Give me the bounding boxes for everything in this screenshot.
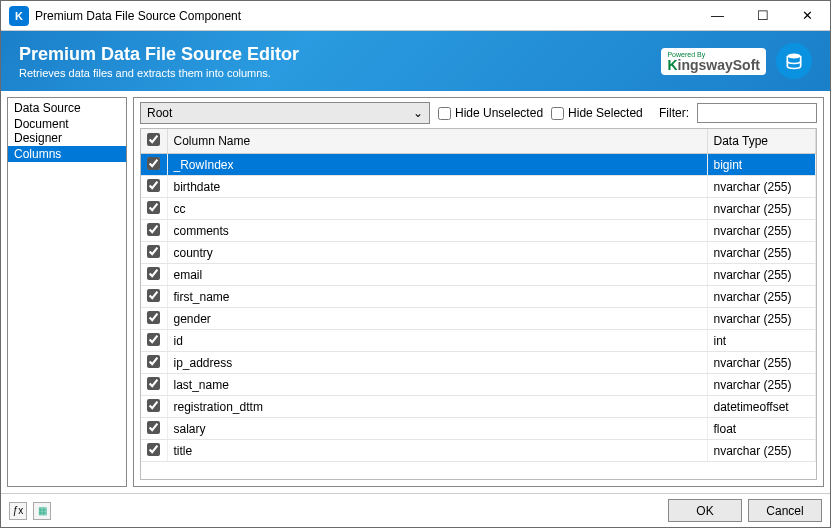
table-row[interactable]: salaryfloat bbox=[141, 418, 816, 440]
row-checkbox[interactable] bbox=[147, 267, 160, 280]
table-row[interactable]: last_namenvarchar (255) bbox=[141, 374, 816, 396]
banner-title: Premium Data File Source Editor bbox=[19, 44, 661, 65]
cancel-button[interactable]: Cancel bbox=[748, 499, 822, 522]
hide-selected-label: Hide Selected bbox=[568, 106, 643, 120]
row-checkbox[interactable] bbox=[147, 223, 160, 236]
cell-data-type: bigint bbox=[707, 154, 816, 176]
filter-label: Filter: bbox=[659, 106, 689, 120]
brand-logo: Powered By KingswaySoft bbox=[661, 48, 766, 75]
row-checkbox-cell[interactable] bbox=[141, 286, 167, 308]
window-buttons: — ☐ ✕ bbox=[695, 1, 830, 30]
banner-right: Powered By KingswaySoft bbox=[661, 43, 812, 79]
maximize-button[interactable]: ☐ bbox=[740, 1, 785, 30]
fx-icon[interactable]: ƒx bbox=[9, 502, 27, 520]
cell-data-type: nvarchar (255) bbox=[707, 242, 816, 264]
row-checkbox[interactable] bbox=[147, 399, 160, 412]
hide-unselected-label: Hide Unselected bbox=[455, 106, 543, 120]
cell-data-type: nvarchar (255) bbox=[707, 198, 816, 220]
table-row[interactable]: countrynvarchar (255) bbox=[141, 242, 816, 264]
row-checkbox-cell[interactable] bbox=[141, 242, 167, 264]
table-row[interactable]: titlenvarchar (255) bbox=[141, 440, 816, 462]
sidebar-item-document-designer[interactable]: Document Designer bbox=[8, 116, 126, 146]
cell-column-name: registration_dttm bbox=[167, 396, 707, 418]
table-row[interactable]: emailnvarchar (255) bbox=[141, 264, 816, 286]
cell-data-type: nvarchar (255) bbox=[707, 286, 816, 308]
row-checkbox[interactable] bbox=[147, 201, 160, 214]
cell-column-name: salary bbox=[167, 418, 707, 440]
table-row[interactable]: ccnvarchar (255) bbox=[141, 198, 816, 220]
sidebar-item-columns[interactable]: Columns bbox=[8, 146, 126, 162]
header-checkbox-cell[interactable] bbox=[141, 129, 167, 154]
export-icon[interactable]: ▦ bbox=[33, 502, 51, 520]
cell-column-name: ip_address bbox=[167, 352, 707, 374]
row-checkbox-cell[interactable] bbox=[141, 418, 167, 440]
row-checkbox[interactable] bbox=[147, 179, 160, 192]
table-row[interactable]: gendernvarchar (255) bbox=[141, 308, 816, 330]
row-checkbox-cell[interactable] bbox=[141, 264, 167, 286]
row-checkbox-cell[interactable] bbox=[141, 352, 167, 374]
cell-data-type: int bbox=[707, 330, 816, 352]
content-area: Data SourceDocument DesignerColumns Root… bbox=[1, 91, 830, 493]
columns-table: Column Name Data Type _RowIndexbigintbir… bbox=[141, 129, 816, 462]
cell-column-name: birthdate bbox=[167, 176, 707, 198]
table-row[interactable]: _RowIndexbigint bbox=[141, 154, 816, 176]
row-checkbox-cell[interactable] bbox=[141, 176, 167, 198]
row-checkbox[interactable] bbox=[147, 245, 160, 258]
row-checkbox-cell[interactable] bbox=[141, 330, 167, 352]
window-title: Premium Data File Source Component bbox=[35, 9, 695, 23]
row-checkbox-cell[interactable] bbox=[141, 440, 167, 462]
table-row[interactable]: first_namenvarchar (255) bbox=[141, 286, 816, 308]
row-checkbox-cell[interactable] bbox=[141, 308, 167, 330]
table-header-row: Column Name Data Type bbox=[141, 129, 816, 154]
footer: ƒx ▦ OK Cancel bbox=[1, 493, 830, 527]
header-data-type[interactable]: Data Type bbox=[707, 129, 816, 154]
row-checkbox[interactable] bbox=[147, 311, 160, 324]
row-checkbox[interactable] bbox=[147, 443, 160, 456]
cell-data-type: nvarchar (255) bbox=[707, 220, 816, 242]
row-checkbox-cell[interactable] bbox=[141, 154, 167, 176]
row-checkbox[interactable] bbox=[147, 289, 160, 302]
row-checkbox-cell[interactable] bbox=[141, 374, 167, 396]
cell-data-type: float bbox=[707, 418, 816, 440]
cell-column-name: last_name bbox=[167, 374, 707, 396]
minimize-button[interactable]: — bbox=[695, 1, 740, 30]
banner-text: Premium Data File Source Editor Retrieve… bbox=[19, 44, 661, 79]
titlebar: K Premium Data File Source Component — ☐… bbox=[1, 1, 830, 31]
row-checkbox[interactable] bbox=[147, 377, 160, 390]
row-checkbox[interactable] bbox=[147, 157, 160, 170]
root-combo[interactable]: Root ⌄ bbox=[140, 102, 430, 124]
hide-unselected-input[interactable] bbox=[438, 107, 451, 120]
select-all-checkbox[interactable] bbox=[147, 133, 160, 146]
banner-subtitle: Retrieves data files and extracts them i… bbox=[19, 67, 661, 79]
cell-column-name: comments bbox=[167, 220, 707, 242]
close-button[interactable]: ✕ bbox=[785, 1, 830, 30]
component-icon bbox=[776, 43, 812, 79]
cell-data-type: nvarchar (255) bbox=[707, 308, 816, 330]
row-checkbox[interactable] bbox=[147, 355, 160, 368]
row-checkbox-cell[interactable] bbox=[141, 220, 167, 242]
chevron-down-icon: ⌄ bbox=[413, 106, 423, 120]
columns-grid[interactable]: Column Name Data Type _RowIndexbigintbir… bbox=[140, 128, 817, 480]
table-row[interactable]: ip_addressnvarchar (255) bbox=[141, 352, 816, 374]
app-icon: K bbox=[9, 6, 29, 26]
main-panel: Root ⌄ Hide Unselected Hide Selected Fil… bbox=[133, 97, 824, 487]
table-row[interactable]: commentsnvarchar (255) bbox=[141, 220, 816, 242]
row-checkbox[interactable] bbox=[147, 421, 160, 434]
table-row[interactable]: registration_dttmdatetimeoffset bbox=[141, 396, 816, 418]
row-checkbox-cell[interactable] bbox=[141, 198, 167, 220]
ok-button[interactable]: OK bbox=[668, 499, 742, 522]
cell-data-type: nvarchar (255) bbox=[707, 374, 816, 396]
window: K Premium Data File Source Component — ☐… bbox=[0, 0, 831, 528]
hide-selected-checkbox[interactable]: Hide Selected bbox=[551, 106, 643, 120]
cell-column-name: country bbox=[167, 242, 707, 264]
table-row[interactable]: birthdatenvarchar (255) bbox=[141, 176, 816, 198]
sidebar: Data SourceDocument DesignerColumns bbox=[7, 97, 127, 487]
sidebar-item-data-source[interactable]: Data Source bbox=[8, 100, 126, 116]
hide-unselected-checkbox[interactable]: Hide Unselected bbox=[438, 106, 543, 120]
hide-selected-input[interactable] bbox=[551, 107, 564, 120]
header-column-name[interactable]: Column Name bbox=[167, 129, 707, 154]
table-row[interactable]: idint bbox=[141, 330, 816, 352]
row-checkbox[interactable] bbox=[147, 333, 160, 346]
row-checkbox-cell[interactable] bbox=[141, 396, 167, 418]
filter-input[interactable] bbox=[697, 103, 817, 123]
